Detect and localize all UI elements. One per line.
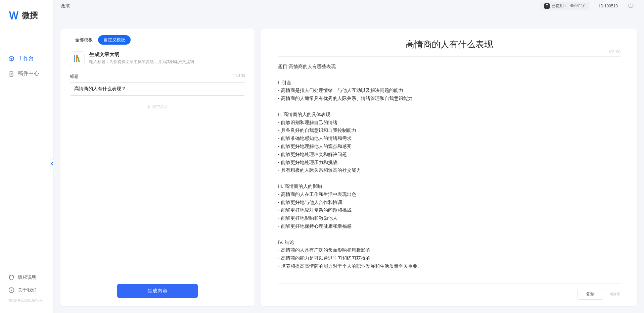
generate-button[interactable]: 生成内容 [117, 284, 198, 298]
mic-icon [147, 105, 151, 109]
output-footer: 复制 404字 [278, 283, 620, 300]
template-title: 生成文章大纲 [89, 51, 245, 58]
template-header: 生成文章大纲 输入标题，为你提供文章主体的灵感，并为其创建推文提纲 [70, 51, 245, 66]
user-id: ID:100519 [599, 4, 618, 8]
svg-rect-1 [148, 105, 149, 107]
title-input[interactable] [70, 82, 245, 96]
input-panel: 全部模板 自定义模板 生成文章大纲 输入标题，为你提供文章主体的灵感，并为其创建… [60, 29, 255, 306]
nav-menu: 工作台 稿件中心 [0, 31, 53, 271]
nav-copyright[interactable]: 版权说明 [0, 271, 53, 284]
nav-about[interactable]: 关于我们 [0, 284, 53, 297]
output-panel: 高情商的人有什么表现 10/100 题目:高情商的人有哪些表现 I. 引言 - … [261, 29, 637, 306]
template-desc: 输入标题，为你提供文章主体的灵感，并为其创建推文提纲 [89, 59, 245, 65]
nav-bottom: 版权说明 关于我们 鄂ICP备2022016946号 [0, 271, 53, 313]
power-icon[interactable] [628, 2, 634, 9]
logo[interactable]: 微撰 [0, 10, 53, 31]
output-title-counter: 10/100 [608, 50, 620, 54]
template-icon [70, 51, 85, 66]
header-title: 微撰 [60, 3, 70, 9]
tab-all-templates[interactable]: 全部模板 [70, 35, 98, 45]
document-icon [8, 71, 14, 77]
voice-hint[interactable]: 请空录入 [70, 104, 245, 110]
usage-badge[interactable]: T 已使用： 45641字 [540, 2, 589, 10]
title-label: 标题 [70, 73, 79, 80]
icp-text: 鄂ICP备2022016946号 [0, 297, 53, 308]
tabs: 全部模板 自定义模板 [70, 35, 245, 45]
main-area: 微撰 T 已使用： 45641字 ID:100519 全部模板 自定义模板 [54, 0, 644, 313]
output-title: 高情商的人有什么表现 10/100 [278, 39, 620, 57]
word-count: 404字 [610, 292, 620, 297]
shield-icon [8, 274, 14, 280]
content: 全部模板 自定义模板 生成文章大纲 输入标题，为你提供文章主体的灵感，并为其创建… [54, 12, 644, 313]
logo-text: 微撰 [22, 10, 38, 21]
nav-workspace[interactable]: 工作台 [0, 51, 53, 66]
t-icon: T [544, 3, 550, 9]
info-icon [8, 287, 14, 293]
title-counter: 11/100 [233, 73, 245, 80]
copy-button[interactable]: 复制 [578, 289, 603, 300]
logo-icon [8, 10, 19, 21]
cube-icon [8, 56, 14, 62]
header-right: T 已使用： 45641字 ID:100519 [540, 2, 634, 10]
sidebar: 微撰 工作台 稿件中心 版权说明 关于我们 鄂ICP备2022016946号 [0, 0, 54, 313]
output-body[interactable]: 题目:高情商的人有哪些表现 I. 引言 - 高情商是指人们处理情绪、与他人互动以… [278, 57, 620, 283]
top-header: 微撰 T 已使用： 45641字 ID:100519 [54, 0, 644, 12]
tab-custom-template[interactable]: 自定义模板 [98, 35, 131, 45]
nav-documents[interactable]: 稿件中心 [0, 66, 53, 81]
